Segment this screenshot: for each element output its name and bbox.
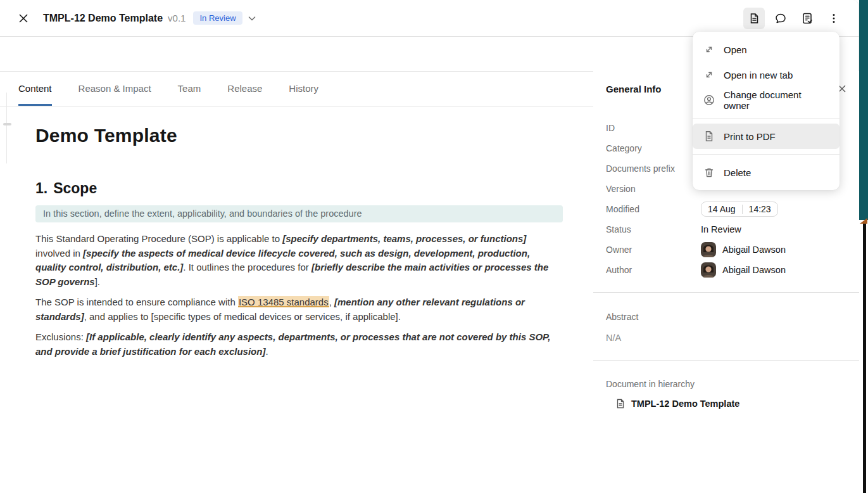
document-version: v0.1 [168,13,186,23]
hierarchy-label: Document in hierarchy [606,379,695,389]
document-title: TMPL-12 Demo Template [43,13,163,24]
paragraph-scope-2: The SOP is intended to ensure compliance… [35,295,563,324]
owner-name[interactable]: Abigail Dawson [722,245,786,255]
tab-bar: Content Reason & Impact Team Release His… [18,71,318,106]
status-badge[interactable]: In Review [193,11,242,25]
tab-history[interactable]: History [289,71,318,106]
tab-team[interactable]: Team [178,71,201,106]
paragraph-scope-3: Exclusions: [If applicable, clearly iden… [35,330,563,359]
section-heading: 1.Scope [35,179,563,197]
chevron-down-icon[interactable] [247,13,257,23]
menu-item-change-owner[interactable]: Change document owner [693,87,840,113]
expand-icon [703,43,715,56]
more-options-icon[interactable] [823,8,845,29]
abstract-value: N/A [606,333,621,343]
tab-content[interactable]: Content [18,71,52,106]
titlebar-icons [743,8,845,29]
instruction-note: In this section, define the extent, appl… [35,205,563,222]
divider [593,360,859,361]
section-number: 1. [35,180,47,196]
trash-icon [703,166,715,179]
document-content[interactable]: Demo Template 1.Scope In this section, d… [35,106,563,365]
screen: TMPL-12 Demo Template v0.1 In Review [0,0,868,493]
menu-item-delete[interactable]: Delete [693,160,840,185]
titlebar: TMPL-12 Demo Template v0.1 In Review [0,0,859,36]
modified-date-chip[interactable]: 14 Aug 14:23 [701,202,778,217]
print-preview-icon[interactable] [743,8,765,29]
document-title-group: TMPL-12 Demo Template v0.1 In Review [43,0,257,36]
expand-icon [703,68,715,81]
divider [693,154,840,155]
avatar [701,242,716,257]
more-options-menu: Open Open in new tab Change document [693,32,840,190]
avatar [701,262,716,278]
section-title: Scope [53,180,97,196]
info-row-status: Status In Review [606,219,846,240]
user-circle-icon [703,94,715,106]
info-row-author: Author Abigail Dawson [606,260,846,280]
comments-icon[interactable] [770,8,791,29]
divider [593,292,859,293]
collapsed-panel-edge [6,93,7,163]
background-app-edge [859,0,868,220]
tab-release[interactable]: Release [227,71,262,106]
status-value: In Review [701,224,741,234]
modified-time: 14:23 [743,204,777,214]
tab-reason-impact[interactable]: Reason & Impact [79,71,151,106]
info-row-modified: Modified 14 Aug 14:23 [606,199,846,219]
collapsed-panel-handle[interactable] [3,123,11,125]
divider [693,118,840,118]
modified-date: 14 Aug [701,204,742,214]
background-app-scroll-edge [863,224,866,493]
panel-title: General Info [606,84,662,94]
hierarchy-document-title: TMPL-12 Demo Template [631,399,739,409]
page-icon [703,130,715,143]
background-app-accent [860,218,867,224]
page-title: Demo Template [35,124,563,147]
paragraph-scope-1: This Standard Operating Procedure (SOP) … [35,232,563,289]
document-icon [615,398,626,409]
author-name[interactable]: Abigail Dawson [722,265,786,275]
hierarchy-document-item[interactable]: TMPL-12 Demo Template [615,398,739,409]
close-icon[interactable] [17,12,30,25]
info-row-owner: Owner Abigail Dawson [606,240,846,260]
menu-item-open-new-tab[interactable]: Open in new tab [693,62,840,87]
abstract-label: Abstract [606,312,638,322]
document-modal: TMPL-12 Demo Template v0.1 In Review [0,0,859,493]
review-checklist-icon[interactable] [796,8,818,29]
menu-item-print-to-pdf[interactable]: Print to PDF [693,124,840,149]
menu-item-open[interactable]: Open [693,37,840,62]
